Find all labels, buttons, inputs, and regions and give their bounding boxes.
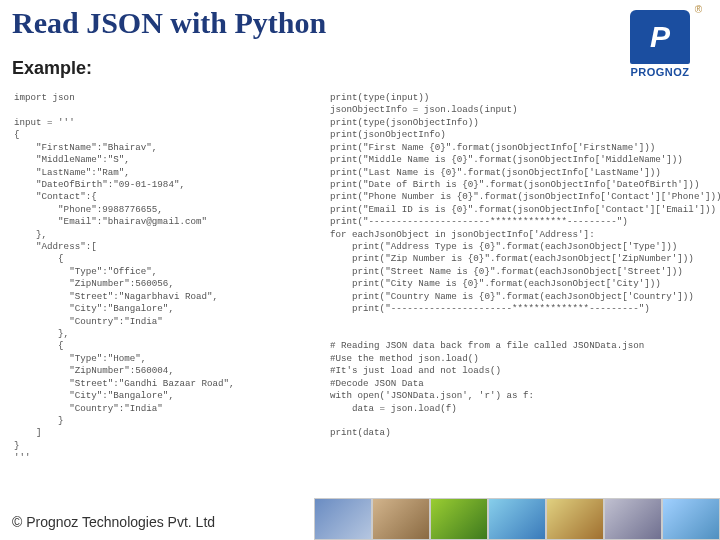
brand-logo: P ® PROGNOZ (616, 10, 704, 88)
footer-thumb (372, 498, 430, 540)
page-title: Read JSON with Python (12, 6, 326, 40)
lightning-icon: P (650, 20, 670, 54)
footer-thumb (662, 498, 720, 540)
logo-badge: P ® (630, 10, 690, 64)
footer-thumb (488, 498, 546, 540)
copyright-text: © Prognoz Technologies Pvt. Ltd (12, 514, 215, 530)
footer-thumb (430, 498, 488, 540)
footer-thumb (546, 498, 604, 540)
footer-thumb (314, 498, 372, 540)
code-snippet-left: import json input = ''' { "FirstName":"B… (14, 92, 334, 465)
logo-text: PROGNOZ (630, 66, 689, 78)
footer-image-strip (314, 498, 720, 540)
example-label: Example (12, 58, 92, 79)
registered-icon: ® (695, 4, 702, 15)
footer-thumb (604, 498, 662, 540)
code-snippet-right: print(type(input)) jsonObjectInfo = json… (330, 92, 710, 440)
